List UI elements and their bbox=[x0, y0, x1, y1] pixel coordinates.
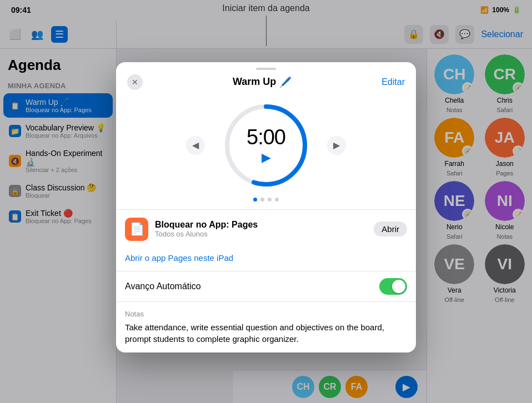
auto-advance-label: Avanço Automático bbox=[125, 281, 379, 291]
drag-pill bbox=[256, 68, 276, 70]
dot-4 bbox=[275, 198, 279, 202]
dot-1 bbox=[253, 198, 257, 202]
toggle-knob bbox=[392, 280, 405, 293]
notes-label: Notas bbox=[125, 310, 407, 318]
modal-title: Warm Up 🖊️ bbox=[233, 76, 292, 88]
modal-drag-handle bbox=[116, 62, 416, 72]
app-name: Bloquear no App: Pages bbox=[155, 220, 367, 230]
timer-circle[interactable]: 5:00 ▶ bbox=[222, 101, 310, 190]
app-info: Bloquear no App: Pages Todos os Alunos bbox=[155, 220, 367, 238]
modal-overlay: ✕ Warm Up 🖊️ Editar ◀ 5:00 ▶ bbox=[0, 0, 532, 403]
modal-header: ✕ Warm Up 🖊️ Editar bbox=[116, 72, 416, 95]
modal-toggle-row: Avanço Automático bbox=[116, 271, 416, 301]
timer-play-icon[interactable]: ▶ bbox=[262, 150, 271, 165]
modal-notes-section: Notas Take attendance, write essential q… bbox=[116, 301, 416, 352]
modal-edit-button[interactable]: Editar bbox=[382, 77, 405, 87]
timer-display: 5:00 bbox=[247, 125, 285, 149]
timer-prev-button[interactable]: ◀ bbox=[186, 136, 205, 155]
modal-close-button[interactable]: ✕ bbox=[127, 74, 143, 90]
auto-advance-toggle[interactable] bbox=[379, 278, 407, 295]
timer-section: ◀ 5:00 ▶ ▶ bbox=[116, 95, 416, 198]
notes-text: Take attendance, write essential questio… bbox=[125, 321, 407, 345]
app-desc: Todos os Alunos bbox=[155, 230, 367, 238]
pages-app-icon: 📄 bbox=[125, 218, 148, 241]
dot-3 bbox=[268, 198, 272, 202]
pages-link[interactable]: Abrir o app Pages neste iPad bbox=[125, 253, 233, 263]
modal-dots bbox=[116, 198, 416, 209]
modal-app-row: 📄 Bloquear no App: Pages Todos os Alunos… bbox=[116, 210, 416, 249]
timer-next-button[interactable]: ▶ bbox=[327, 136, 346, 155]
modal-link-row: Abrir o app Pages neste iPad bbox=[116, 249, 416, 271]
timer-inner: 5:00 ▶ bbox=[222, 101, 310, 190]
modal-dialog: ✕ Warm Up 🖊️ Editar ◀ 5:00 ▶ bbox=[116, 62, 416, 352]
dot-2 bbox=[260, 198, 264, 202]
app-open-button[interactable]: Abrir bbox=[374, 221, 407, 236]
